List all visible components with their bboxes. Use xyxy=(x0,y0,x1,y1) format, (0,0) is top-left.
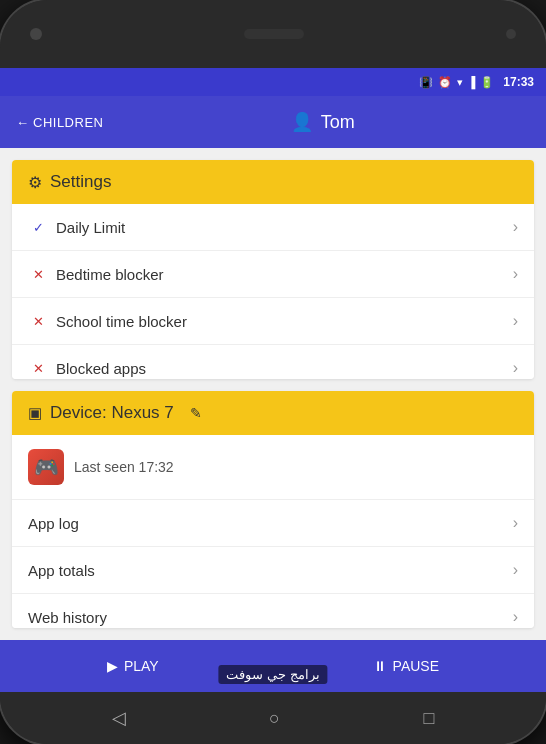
app-log-item[interactable]: App log › xyxy=(12,500,534,547)
last-seen-text: Last seen 17:32 xyxy=(74,459,174,475)
header-bar: ← CHILDREN 👤 Tom xyxy=(0,96,546,148)
chevron-icon-daily: › xyxy=(513,218,518,236)
recents-nav-icon[interactable]: □ xyxy=(423,708,434,729)
pause-icon: ⏸ xyxy=(373,658,387,674)
back-arrow-icon: ← xyxy=(16,115,29,130)
sensor xyxy=(506,29,516,39)
content-area: ⚙ Settings ✓ Daily Limit › ✕ Bedtime blo… xyxy=(0,148,546,640)
gear-icon: ⚙ xyxy=(28,173,42,192)
blocked-apps-label: Blocked apps xyxy=(56,360,513,377)
school-time-label: School time blocker xyxy=(56,313,513,330)
app-totals-label: App totals xyxy=(28,562,513,579)
last-seen-row: 🎮 Last seen 17:32 xyxy=(12,435,534,500)
device-icon: ▣ xyxy=(28,404,42,422)
pause-button[interactable]: ⏸ PAUSE xyxy=(373,658,439,674)
screen: 📳 ⏰ ▾ ▐ 🔋 17:33 ← CHILDREN 👤 Tom xyxy=(0,68,546,692)
app-totals-item[interactable]: App totals › xyxy=(12,547,534,594)
bottom-action-bar: ▶ PLAY ⏸ PAUSE xyxy=(0,640,546,692)
back-nav-icon[interactable]: ◁ xyxy=(112,707,126,729)
bedtime-blocker-item[interactable]: ✕ Bedtime blocker › xyxy=(12,251,534,298)
chevron-icon-bedtime: › xyxy=(513,265,518,283)
web-history-item[interactable]: Web history › xyxy=(12,594,534,628)
home-nav-icon[interactable]: ○ xyxy=(269,708,280,729)
chevron-icon-school: › xyxy=(513,312,518,330)
settings-section-title: Settings xyxy=(50,172,111,192)
wifi-icon: ▾ xyxy=(457,76,463,89)
signal-icon: ▐ xyxy=(468,76,476,88)
phone-top-bar xyxy=(0,0,546,68)
web-history-label: Web history xyxy=(28,609,513,626)
chevron-icon-webhistory: › xyxy=(513,608,518,626)
battery-icon: 🔋 xyxy=(480,76,494,89)
play-icon: ▶ xyxy=(107,658,118,674)
device-header: ▣ Device: Nexus 7 ✎ xyxy=(12,391,534,435)
device-section-title: Device: Nexus 7 xyxy=(50,403,174,423)
cross-icon-bedtime: ✕ xyxy=(28,267,48,282)
cross-icon-school: ✕ xyxy=(28,314,48,329)
daily-limit-label: Daily Limit xyxy=(56,219,513,236)
play-label: PLAY xyxy=(124,658,159,674)
edit-icon[interactable]: ✎ xyxy=(190,405,202,421)
phone-shell: 📳 ⏰ ▾ ▐ 🔋 17:33 ← CHILDREN 👤 Tom xyxy=(0,0,546,744)
vibrate-icon: 📳 xyxy=(419,76,433,89)
chevron-icon-apptotals: › xyxy=(513,561,518,579)
chevron-icon-blocked: › xyxy=(513,359,518,377)
bedtime-blocker-label: Bedtime blocker xyxy=(56,266,513,283)
back-button[interactable]: ← CHILDREN xyxy=(16,115,103,130)
app-log-label: App log xyxy=(28,515,513,532)
school-time-blocker-item[interactable]: ✕ School time blocker › xyxy=(12,298,534,345)
cross-icon-blocked: ✕ xyxy=(28,361,48,376)
settings-header: ⚙ Settings xyxy=(12,160,534,204)
person-icon: 👤 xyxy=(291,111,313,133)
nav-bar: ◁ ○ □ xyxy=(0,692,546,744)
back-label: CHILDREN xyxy=(33,115,103,130)
alarm-icon: ⏰ xyxy=(438,76,452,89)
app-icon-image: 🎮 xyxy=(34,455,59,479)
settings-section: ⚙ Settings ✓ Daily Limit › ✕ Bedtime blo… xyxy=(12,160,534,379)
check-icon-daily: ✓ xyxy=(28,220,48,235)
blocked-apps-item[interactable]: ✕ Blocked apps › xyxy=(12,345,534,379)
header-title: 👤 Tom xyxy=(115,111,530,133)
daily-limit-item[interactable]: ✓ Daily Limit › xyxy=(12,204,534,251)
status-time: 17:33 xyxy=(503,75,534,89)
camera-lens xyxy=(30,28,42,40)
speaker-grille xyxy=(244,29,304,39)
chevron-icon-applog: › xyxy=(513,514,518,532)
status-bar: 📳 ⏰ ▾ ▐ 🔋 17:33 xyxy=(0,68,546,96)
app-icon: 🎮 xyxy=(28,449,64,485)
status-icons: 📳 ⏰ ▾ ▐ 🔋 17:33 xyxy=(419,75,535,89)
child-name: Tom xyxy=(321,112,355,133)
device-section: ▣ Device: Nexus 7 ✎ 🎮 Last seen 17:32 Ap… xyxy=(12,391,534,628)
play-button[interactable]: ▶ PLAY xyxy=(107,658,159,674)
pause-label: PAUSE xyxy=(393,658,439,674)
